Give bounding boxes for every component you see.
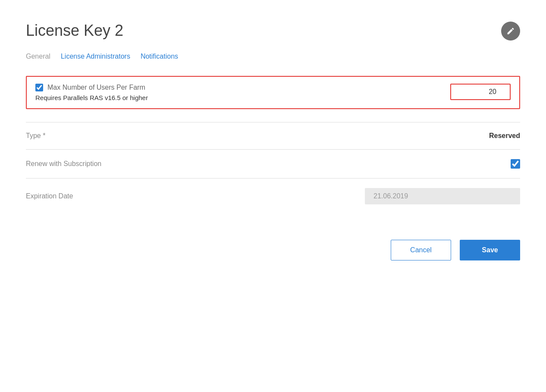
type-label: Type * <box>26 132 45 140</box>
renew-subscription-row: Renew with Subscription <box>26 150 520 178</box>
cancel-button[interactable]: Cancel <box>391 240 451 260</box>
expiration-date-label: Expiration Date <box>26 192 73 200</box>
max-users-label: Max Number of Users Per Farm <box>47 84 145 91</box>
max-users-left: Max Number of Users Per Farm Requires Pa… <box>35 84 148 101</box>
max-users-subtext: Requires Parallels RAS v16.5 or higher <box>35 94 148 101</box>
buttons-row: Cancel Save <box>26 240 520 260</box>
max-users-input[interactable] <box>450 84 511 100</box>
renew-subscription-checkbox[interactable] <box>511 159 520 169</box>
page-container: License Key 2 General License Administra… <box>0 0 546 392</box>
edit-button[interactable] <box>501 22 520 41</box>
expiration-date-row: Expiration Date <box>26 179 520 214</box>
max-users-checkbox[interactable] <box>35 84 43 91</box>
tab-general[interactable]: General <box>26 53 50 62</box>
max-users-section: Max Number of Users Per Farm Requires Pa… <box>26 76 520 109</box>
tabs-row: General License Administrators Notificat… <box>26 53 520 62</box>
type-value: Reserved <box>489 132 520 140</box>
pencil-icon <box>506 27 515 35</box>
renew-subscription-label: Renew with Subscription <box>26 160 101 168</box>
max-users-checkbox-row: Max Number of Users Per Farm <box>35 84 148 91</box>
save-button[interactable]: Save <box>460 240 520 260</box>
tab-notifications[interactable]: Notifications <box>141 53 178 62</box>
expiration-date-input[interactable] <box>365 188 520 204</box>
type-field-row: Type * Reserved <box>26 122 520 149</box>
tab-license-administrators[interactable]: License Administrators <box>61 53 130 62</box>
page-title: License Key 2 <box>26 22 520 40</box>
